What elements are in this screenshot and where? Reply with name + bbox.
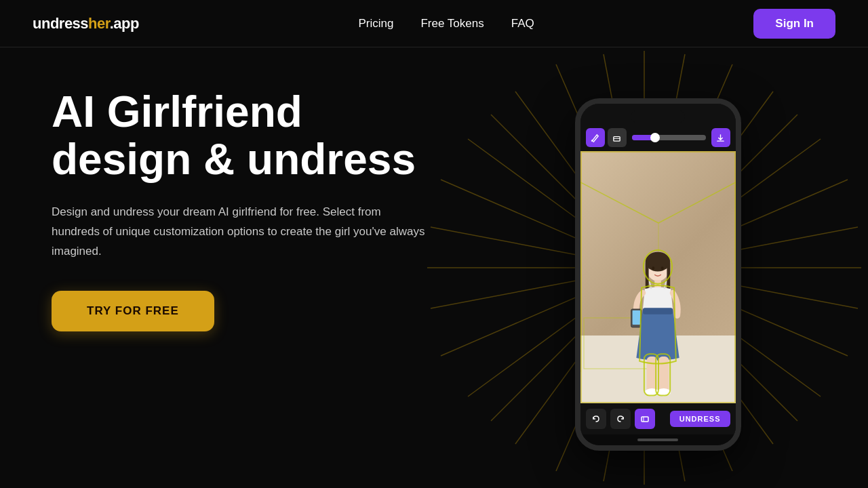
phone-image-area xyxy=(580,151,736,403)
nav-free-tokens[interactable]: Free Tokens xyxy=(420,17,484,30)
phone-home-bar xyxy=(580,434,736,445)
undo-button[interactable] xyxy=(586,409,606,429)
redo-button[interactable] xyxy=(610,409,631,429)
try-free-button[interactable]: TRY FOR FREE xyxy=(52,291,214,331)
hero-section: AI Girlfriend design & undress Design an… xyxy=(0,47,431,488)
hero-title-line1: AI Girlfriend xyxy=(52,87,302,136)
brush-tool-button[interactable] xyxy=(586,128,605,147)
svg-point-38 xyxy=(652,266,654,270)
phone-demo-area: UNDRESS xyxy=(448,47,868,488)
nav-faq[interactable]: FAQ xyxy=(511,17,534,30)
svg-rect-59 xyxy=(642,417,648,422)
logo-highlight: her xyxy=(88,15,110,32)
phone-mockup: UNDRESS xyxy=(575,98,741,451)
svg-rect-47 xyxy=(658,357,669,392)
eraser-tool-button[interactable] xyxy=(608,128,627,147)
undress-button[interactable]: UNDRESS xyxy=(670,411,730,427)
ai-girl-figure xyxy=(620,247,695,403)
phone-bottom-bar: UNDRESS xyxy=(580,403,736,434)
nav-pricing[interactable]: Pricing xyxy=(358,17,393,30)
main-nav: Pricing Free Tokens FAQ xyxy=(358,17,534,30)
phone-notch xyxy=(631,110,685,123)
main-content: AI Girlfriend design & undress Design an… xyxy=(0,47,868,488)
hero-subtitle: Design and undress your dream AI girlfri… xyxy=(52,203,431,262)
slider-thumb xyxy=(650,133,660,142)
svg-rect-44 xyxy=(633,310,641,325)
svg-point-35 xyxy=(646,252,670,272)
download-button[interactable] xyxy=(711,128,730,147)
brush-size-slider[interactable] xyxy=(632,135,706,140)
sign-in-button[interactable]: Sign In xyxy=(753,9,835,39)
logo: undressher.app xyxy=(33,15,139,33)
hero-title: AI Girlfriend design & undress xyxy=(52,88,431,184)
header: undressher.app Pricing Free Tokens FAQ S… xyxy=(0,0,868,47)
home-indicator xyxy=(637,439,678,441)
svg-rect-45 xyxy=(643,308,673,314)
phone-screen: UNDRESS xyxy=(580,104,736,445)
svg-point-39 xyxy=(661,266,664,270)
erase-button[interactable] xyxy=(635,409,655,429)
hero-title-line2: design & undress xyxy=(52,135,416,184)
svg-point-32 xyxy=(591,140,593,142)
